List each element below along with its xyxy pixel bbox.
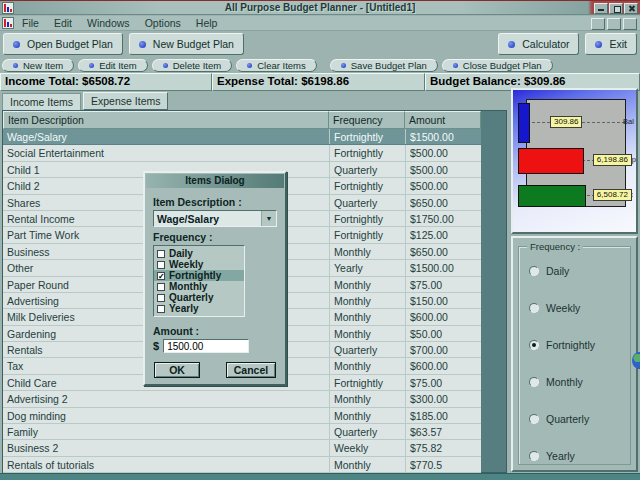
mdi-restore-button[interactable] bbox=[607, 18, 621, 30]
balance-value-label: 309.86 bbox=[550, 116, 582, 128]
checkbox-icon: ✓ bbox=[157, 261, 165, 269]
column-header-item-description[interactable]: Item Description bbox=[3, 111, 329, 129]
bullet-icon bbox=[341, 63, 346, 68]
menu-item[interactable]: Windows bbox=[87, 17, 130, 29]
tab[interactable]: Expense Items bbox=[83, 92, 168, 110]
bullet-icon bbox=[595, 41, 602, 48]
ok-button[interactable]: OK bbox=[154, 362, 200, 378]
chart-bar-Bal bbox=[518, 103, 530, 143]
bullet-icon bbox=[247, 63, 252, 68]
title-bar: All Purpose Budget Planner - [Untitled1] bbox=[0, 0, 640, 15]
table-header: Item Description Frequency Amount bbox=[3, 111, 481, 129]
chart-bar-Exp bbox=[518, 148, 584, 174]
new-item-button[interactable]: New Item bbox=[2, 59, 74, 72]
chart-plot-area: 309.86 6,198.86 6,508.72 bbox=[526, 99, 626, 207]
checkbox-icon: ✓ bbox=[157, 305, 165, 313]
frequency-radio[interactable]: Weekly bbox=[529, 302, 626, 314]
menu-item[interactable]: Edit bbox=[54, 17, 72, 29]
frequency-checkbox-option[interactable]: ✓ Quarterly bbox=[154, 292, 244, 303]
currency-symbol: $ bbox=[153, 340, 159, 352]
bullet-icon bbox=[89, 63, 94, 68]
mdi-close-button[interactable] bbox=[623, 18, 637, 30]
menu-item[interactable]: Help bbox=[196, 17, 218, 29]
column-header-frequency[interactable]: Frequency bbox=[329, 111, 405, 129]
clear-items-button[interactable]: Clear Items bbox=[236, 59, 317, 72]
frequency-radio[interactable]: Monthly bbox=[529, 376, 626, 388]
items-dialog: Items Dialog Item Description : Wage/Sal… bbox=[143, 171, 287, 386]
checkbox-icon: ✓ bbox=[157, 272, 165, 280]
table-row[interactable]: Business 2 Weekly $75.82 bbox=[3, 440, 481, 456]
table-row[interactable]: Wage/Salary Fortnightly $1500.00 bbox=[3, 129, 481, 145]
tab[interactable]: Income Items bbox=[2, 93, 81, 110]
mdi-minimize-button[interactable] bbox=[591, 18, 605, 30]
radio-icon bbox=[529, 451, 539, 461]
table-row[interactable]: Rentals of tutorials Monthly $770.5 bbox=[3, 457, 481, 473]
frequency-checkbox-option[interactable]: ✓ Yearly bbox=[154, 303, 244, 314]
frequency-group-label: Frequency : bbox=[527, 241, 583, 252]
dropdown-value: Wage/Salary bbox=[154, 211, 261, 226]
expense-total: Expense Total: $6198.86 bbox=[212, 73, 425, 91]
frequency-panel: Frequency : Daily Weekly Fortnightly Mon… bbox=[511, 236, 638, 472]
amount-label: Amount : bbox=[153, 325, 277, 337]
checkbox-icon: ✓ bbox=[157, 294, 165, 302]
table-row[interactable]: Family Quarterly $63.57 bbox=[3, 424, 481, 440]
edit-item-button[interactable]: Edit Item bbox=[78, 59, 148, 72]
checkbox-icon: ✓ bbox=[157, 250, 165, 258]
budget-planner-window: All Purpose Budget Planner - [Untitled1]… bbox=[0, 0, 640, 480]
bottom-border bbox=[0, 473, 640, 480]
dialog-title-bar[interactable]: Items Dialog bbox=[146, 174, 284, 188]
frequency-checkbox-option[interactable]: ✓ Daily bbox=[154, 248, 244, 259]
bullet-icon bbox=[139, 41, 146, 48]
close-budget-plan-button[interactable]: Close Budget Plan bbox=[442, 59, 553, 72]
frequency-checkbox-option[interactable]: ✓ Weekly bbox=[154, 259, 244, 270]
frequency-group-box: Frequency : Daily Weekly Fortnightly Mon… bbox=[518, 246, 631, 465]
frequency-checkbox-option[interactable]: ✓ Monthly bbox=[154, 281, 244, 292]
calculator-button[interactable]: Calculator bbox=[498, 33, 579, 55]
category-label-bal: Bal bbox=[623, 117, 635, 126]
expense-value-label: 6,198.86 bbox=[593, 154, 632, 166]
frequency-radio[interactable]: Yearly bbox=[529, 450, 626, 462]
item-toolbar: New Item Edit Item Delete Item Clear Ite… bbox=[0, 57, 640, 73]
bullet-icon bbox=[508, 41, 515, 48]
delete-item-button[interactable]: Delete Item bbox=[152, 59, 233, 72]
frequency-checkbox-list: ✓ Daily ✓ Weekly ✓ Fortnightly ✓ Monthly… bbox=[153, 245, 245, 317]
new-budget-plan-button[interactable]: New Budget Plan bbox=[129, 33, 244, 55]
table-row[interactable]: Social Entertainment Fortnightly $500.00 bbox=[3, 145, 481, 161]
checkbox-icon: ✓ bbox=[157, 283, 165, 291]
chart-bar-Inc bbox=[518, 185, 586, 207]
minimize-button[interactable] bbox=[594, 3, 608, 14]
bullet-icon bbox=[163, 63, 168, 68]
menu-bar: FileEditWindowsOptionsHelp bbox=[0, 16, 640, 31]
table-row[interactable]: Advertising 2 Monthly $300.00 bbox=[3, 391, 481, 407]
restore-button[interactable] bbox=[609, 3, 623, 14]
income-value-label: 6,508.72 bbox=[593, 189, 632, 201]
document-icon bbox=[2, 17, 14, 29]
frequency-radio[interactable]: Fortnightly bbox=[529, 339, 626, 351]
item-description-dropdown[interactable]: Wage/Salary ▼ bbox=[153, 210, 277, 227]
bullet-icon bbox=[13, 41, 20, 48]
close-button[interactable] bbox=[624, 3, 638, 14]
menu-item[interactable]: File bbox=[22, 17, 39, 29]
radio-icon bbox=[529, 340, 539, 350]
save-budget-plan-button[interactable]: Save Budget Plan bbox=[330, 59, 438, 72]
radio-icon bbox=[529, 414, 539, 424]
item-description-label: Item Description : bbox=[153, 196, 277, 208]
frequency-radio-list: Daily Weekly Fortnightly Monthly Quarter… bbox=[529, 265, 626, 480]
exit-button[interactable]: Exit bbox=[585, 33, 637, 55]
table-row[interactable]: Dog minding Monthly $185.00 bbox=[3, 408, 481, 424]
frequency-checkbox-option[interactable]: ✓ Fortnightly bbox=[154, 270, 244, 281]
radio-icon bbox=[529, 266, 539, 276]
dialog-frequency-label: Frequency : bbox=[153, 231, 277, 243]
income-total: Income Total: $6508.72 bbox=[0, 73, 212, 91]
main-toolbar: Open Budget Plan New Budget Plan Calcula… bbox=[0, 31, 640, 57]
menu-item[interactable]: Options bbox=[145, 17, 181, 29]
cancel-button[interactable]: Cancel bbox=[226, 362, 276, 378]
open-budget-plan-button[interactable]: Open Budget Plan bbox=[3, 33, 123, 55]
amount-field[interactable]: 1500.00 bbox=[163, 339, 249, 353]
item-tabs: Income ItemsExpense Items bbox=[2, 92, 168, 110]
column-header-amount[interactable]: Amount bbox=[405, 111, 481, 129]
frequency-radio[interactable]: Quarterly bbox=[529, 413, 626, 425]
globe-icon bbox=[632, 352, 640, 369]
frequency-radio[interactable]: Daily bbox=[529, 265, 626, 277]
chevron-down-icon[interactable]: ▼ bbox=[261, 211, 276, 226]
